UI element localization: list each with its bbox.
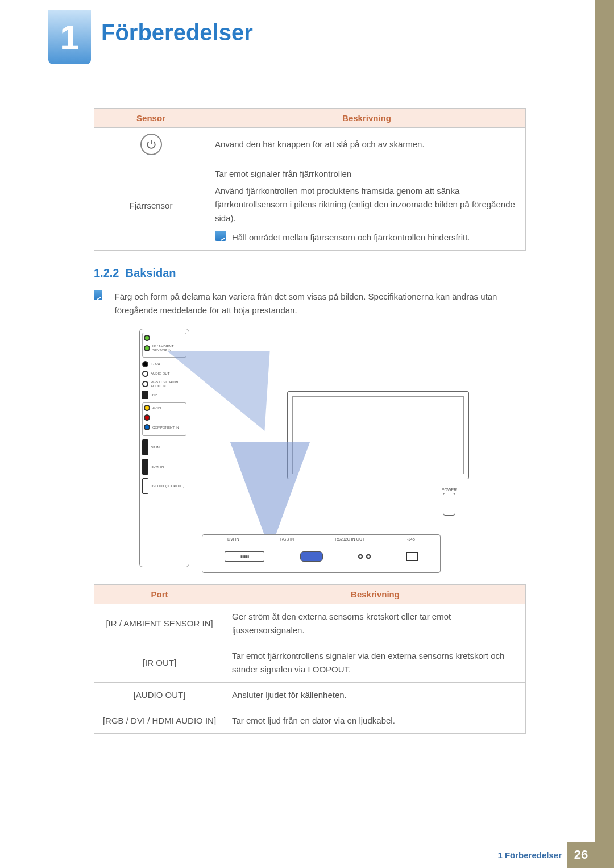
power-icon — [140, 134, 162, 155]
table-row: [IR OUT] Tar emot fjärrkontrollens signa… — [94, 643, 526, 683]
port-label: IR OUT — [151, 362, 162, 366]
sensor-cell-remote: Fjärrsensor — [94, 161, 208, 251]
port-label: AUDIO OUT — [151, 372, 169, 376]
chapter-number-tab: 1 — [48, 10, 91, 64]
sensor-desc-line1: Tar emot signaler från fjärrkontrollen — [215, 167, 518, 181]
port-table: Port Beskrivning [IR / AMBIENT SENSOR IN… — [94, 584, 526, 734]
sensor-table-header-sensor: Sensor — [94, 109, 208, 128]
sensor-desc-line2: Använd fjärrkontrollen mot produktens fr… — [215, 184, 518, 225]
page-number: 26 — [567, 842, 595, 868]
port-desc: Tar emot fjärrkontrollens signaler via d… — [225, 643, 526, 683]
chapter-title: Förberedelser — [101, 20, 253, 45]
sensor-desc-power: Använd den här knappen för att slå på oc… — [208, 128, 526, 161]
rj45-connector-icon — [406, 552, 418, 561]
port-table-header-port: Port — [94, 585, 225, 604]
table-row: [IR / AMBIENT SENSOR IN] Ger ström åt de… — [94, 604, 526, 643]
section-title: Baksidan — [126, 267, 176, 279]
note-icon — [215, 231, 226, 241]
sensor-table-header-desc: Beskrivning — [208, 109, 526, 128]
table-row: [AUDIO OUT] Ansluter ljudet för källenhe… — [94, 683, 526, 708]
margin-strip — [595, 0, 614, 868]
port-name: [AUDIO OUT] — [94, 683, 225, 708]
section-heading: 1.2.2 Baksidan — [94, 267, 526, 280]
footer-chapter-ref: 1 Förberedelser — [497, 850, 562, 860]
sensor-table: Sensor Beskrivning Använd den här knappe… — [94, 108, 526, 251]
monitor-outline — [287, 391, 469, 479]
port-desc: Ger ström åt den externa sensorns kretsk… — [225, 604, 526, 643]
rear-diagram: IR / AMBIENT SENSOR IN IR OUT AUDIO OUT … — [139, 329, 480, 573]
port-table-header-desc: Beskrivning — [225, 585, 526, 604]
page-content: Sensor Beskrivning Använd den här knappe… — [94, 108, 526, 734]
bottom-port-panel: DVI IN RGB IN RS232C IN OUT RJ45 ▮▮▮▮▮ — [202, 534, 441, 573]
section-number: 1.2.2 — [94, 267, 119, 279]
port-label: USB — [151, 393, 157, 397]
dvi-connector-icon: ▮▮▮▮▮ — [225, 551, 264, 562]
port-name: [IR / AMBIENT SENSOR IN] — [94, 604, 225, 643]
port-name: [RGB / DVI / HDMI AUDIO IN] — [94, 708, 225, 734]
port-label: RS232C IN OUT — [335, 537, 364, 541]
chapter-number: 1 — [60, 17, 79, 57]
port-label: HDMI IN — [151, 465, 164, 469]
sensor-note-row: Håll området mellan fjärrsensorn och fjä… — [215, 231, 518, 244]
power-label: POWER — [442, 488, 457, 492]
port-label: DP IN — [151, 446, 160, 450]
table-row: Använd den här knappen för att slå på oc… — [94, 128, 526, 161]
port-desc: Tar emot ljud från en dator via en ljudk… — [225, 708, 526, 734]
port-label: DVI OUT (LOOPOUT) — [151, 484, 184, 488]
port-label: AV IN — [152, 406, 161, 410]
port-label: DVI IN — [227, 537, 239, 541]
port-desc: Ansluter ljudet för källenheten. — [225, 683, 526, 708]
sensor-desc-remote: Tar emot signaler från fjärrkontrollen A… — [208, 161, 526, 251]
table-row: [RGB / DVI / HDMI AUDIO IN] Tar emot lju… — [94, 708, 526, 734]
sensor-note-text: Håll området mellan fjärrsensorn och fjä… — [232, 231, 518, 244]
port-label: RGB / DVI / HDMI AUDIO IN — [151, 380, 186, 388]
table-row: Fjärrsensor Tar emot signaler från fjärr… — [94, 161, 526, 251]
manual-page: 1 Förberedelser Sensor Beskrivning — [0, 0, 614, 868]
vga-connector-icon — [300, 551, 323, 562]
page-footer: 1 Förberedelser 26 — [0, 842, 595, 868]
rs232c-connector-icon — [358, 554, 371, 559]
port-label: COMPONENT IN — [152, 426, 179, 430]
power-connector: POWER — [435, 488, 463, 517]
sensor-cell-power — [94, 128, 208, 161]
port-name: [IR OUT] — [94, 643, 225, 683]
section-note: Färg och form på delarna kan variera frå… — [94, 290, 526, 317]
section-note-text: Färg och form på delarna kan variera frå… — [115, 290, 526, 317]
port-label: RJ45 — [406, 537, 415, 541]
port-label: RGB IN — [280, 537, 294, 541]
note-icon — [94, 290, 102, 300]
